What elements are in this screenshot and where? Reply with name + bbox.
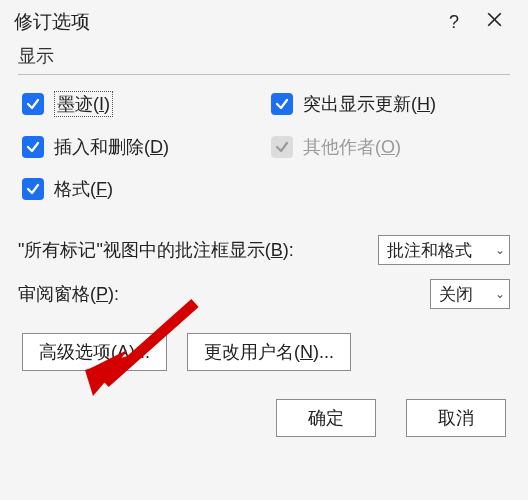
ok-button[interactable]: 确定 [276,399,376,437]
chevron-down-icon: ⌄ [495,287,505,301]
titlebar: 修订选项 ? [0,0,528,40]
close-button[interactable] [474,12,514,32]
section-display-label: 显示 [18,44,510,68]
dialog-title: 修订选项 [14,9,434,35]
checkbox-box [22,136,44,158]
chevron-down-icon: ⌄ [495,243,505,257]
row-balloons: "所有标记"视图中的批注框显示(B): 批注和格式 ⌄ [18,235,510,265]
help-button[interactable]: ? [434,12,474,33]
close-icon [487,12,502,27]
checkbox-box [22,178,44,200]
checkbox-label: 墨迹(I) [54,91,113,117]
balloons-select[interactable]: 批注和格式 ⌄ [378,235,510,265]
reviewing-pane-label: 审阅窗格(P): [18,282,119,306]
action-button-row: 高级选项(A)... 更改用户名(N)... [18,333,510,371]
display-options-grid: 墨迹(I) 突出显示更新(H) 插入和删除(D) 其他作者(O) 格式(F) [18,91,510,201]
checkbox-other-authors: 其他作者(O) [271,135,510,159]
select-value: 关闭 [439,283,473,306]
checkbox-label: 格式(F) [54,177,113,201]
cancel-button[interactable]: 取消 [406,399,506,437]
reviewing-pane-select[interactable]: 关闭 ⌄ [430,279,510,309]
dialog-footer: 确定 取消 [18,399,510,437]
checkbox-label: 插入和删除(D) [54,135,169,159]
row-reviewing-pane: 审阅窗格(P): 关闭 ⌄ [18,279,510,309]
advanced-options-button[interactable]: 高级选项(A)... [22,333,167,371]
checkbox-formatting[interactable]: 格式(F) [22,177,261,201]
balloons-label: "所有标记"视图中的批注框显示(B): [18,238,294,262]
change-username-button[interactable]: 更改用户名(N)... [187,333,351,371]
checkbox-box [271,93,293,115]
checkbox-highlight-updates[interactable]: 突出显示更新(H) [271,91,510,117]
section-divider [18,74,510,75]
checkbox-label: 其他作者(O) [303,135,401,159]
dialog-content: 显示 墨迹(I) 突出显示更新(H) 插入和删除(D) 其他作者(O) [0,40,528,437]
checkbox-box [271,136,293,158]
checkbox-box [22,93,44,115]
checkbox-ink[interactable]: 墨迹(I) [22,91,261,117]
checkbox-insertions-deletions[interactable]: 插入和删除(D) [22,135,261,159]
checkbox-label: 突出显示更新(H) [303,92,436,116]
select-value: 批注和格式 [387,239,472,262]
